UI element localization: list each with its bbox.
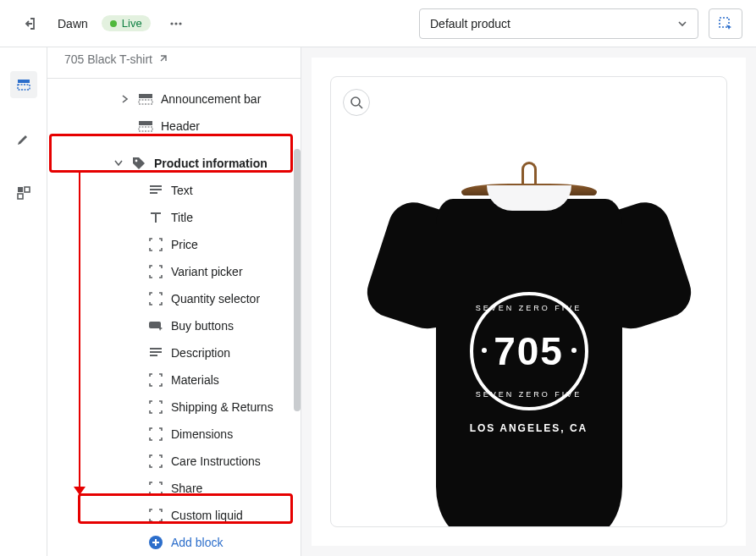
- block-description[interactable]: Description: [47, 339, 301, 366]
- title-t-icon: [147, 212, 164, 223]
- live-label: Live: [122, 17, 142, 30]
- sidebar: 705 Black T-shirt Announcement bar Heade…: [47, 47, 301, 556]
- block-text[interactable]: Text: [47, 177, 301, 204]
- live-badge: Live: [102, 15, 151, 31]
- section-header[interactable]: Header: [47, 113, 301, 140]
- block-label: Shipping & Returns: [171, 400, 273, 414]
- section-announcement-bar[interactable]: Announcement bar: [47, 85, 301, 113]
- svg-rect-4: [18, 80, 30, 83]
- block-custom-liquid[interactable]: Custom liquid: [47, 502, 301, 529]
- main-area: 705 Black T-shirt Announcement bar Heade…: [0, 47, 756, 556]
- block-label: Price: [171, 238, 198, 251]
- block-quantity-selector[interactable]: Quantity selector: [47, 285, 301, 312]
- svg-rect-10: [139, 100, 152, 104]
- text-lines-icon: [147, 347, 164, 359]
- paintbrush-icon: [15, 130, 32, 147]
- block-corners-icon: [147, 427, 164, 441]
- svg-point-2: [179, 22, 181, 25]
- rail-sections-button[interactable]: [10, 71, 37, 98]
- block-label: Share: [171, 482, 202, 495]
- block-label: Quantity selector: [171, 292, 260, 306]
- svg-rect-11: [139, 121, 152, 125]
- svg-rect-8: [18, 194, 23, 199]
- block-corners-icon: [147, 509, 164, 522]
- breadcrumb[interactable]: 705 Black T-shirt: [47, 47, 301, 79]
- chevron-right-icon: [120, 95, 130, 103]
- block-label: Description: [171, 346, 230, 360]
- block-label: Text: [171, 184, 193, 197]
- block-materials[interactable]: Materials: [47, 366, 301, 394]
- template-select[interactable]: Default product: [419, 8, 698, 39]
- live-dot-icon: [110, 20, 117, 27]
- annotation-arrow: [79, 173, 80, 493]
- block-corners-icon: [147, 373, 164, 387]
- magnify-icon: [350, 96, 363, 109]
- block-corners-icon: [147, 292, 164, 306]
- block-corners-icon: [147, 454, 164, 468]
- svg-rect-7: [25, 187, 30, 192]
- sections-icon: [15, 76, 32, 93]
- section-layout-icon: [137, 93, 154, 105]
- svg-point-16: [351, 97, 360, 106]
- block-dimensions[interactable]: Dimensions: [47, 421, 301, 448]
- section-label: Header: [161, 119, 200, 133]
- sidebar-scrollbar[interactable]: [294, 149, 301, 411]
- ellipsis-icon: [168, 15, 185, 32]
- more-menu-button[interactable]: [164, 12, 188, 36]
- template-selected-label: Default product: [430, 17, 510, 30]
- top-bar: Dawn Live Default product: [0, 0, 756, 47]
- add-block-button[interactable]: Add block: [47, 529, 301, 556]
- breadcrumb-title: 705 Black T-shirt: [64, 52, 152, 66]
- annotation-arrowhead: [74, 487, 86, 495]
- exit-icon: [20, 15, 37, 32]
- svg-point-0: [170, 22, 173, 25]
- plus-circle-icon: [147, 535, 164, 550]
- apps-icon: [15, 184, 32, 201]
- block-corners-icon: [147, 265, 164, 278]
- svg-point-13: [135, 160, 138, 162]
- svg-rect-12: [139, 127, 152, 131]
- add-block-label: Add block: [171, 536, 223, 549]
- block-price[interactable]: Price: [47, 231, 301, 258]
- text-lines-icon: [147, 184, 164, 196]
- block-label: Buy buttons: [171, 319, 234, 333]
- block-corners-icon: [147, 482, 164, 495]
- block-corners-icon: [147, 238, 164, 251]
- exit-button[interactable]: [14, 8, 44, 39]
- buy-button-icon: [147, 321, 164, 331]
- block-label: Dimensions: [171, 427, 233, 441]
- block-variant-picker[interactable]: Variant picker: [47, 258, 301, 285]
- preview-pane: SEVEN ZERO FIVE 705 SEVEN ZERO FIVE LOS …: [301, 47, 756, 556]
- shirt-design: SEVEN ZERO FIVE 705 SEVEN ZERO FIVE LOS …: [470, 292, 588, 444]
- svg-rect-6: [18, 187, 23, 192]
- external-link-icon: [157, 54, 168, 64]
- zoom-button[interactable]: [343, 89, 370, 116]
- design-arc-top: SEVEN ZERO FIVE: [473, 304, 585, 312]
- block-shipping-returns[interactable]: Shipping & Returns: [47, 394, 301, 421]
- theme-name: Dawn: [58, 17, 88, 30]
- tag-icon: [130, 156, 147, 171]
- block-label: Custom liquid: [171, 509, 243, 522]
- product-image: SEVEN ZERO FIVE 705 SEVEN ZERO FIVE LOS …: [377, 162, 682, 527]
- section-tree: Announcement bar Header Product informat…: [47, 79, 301, 556]
- rail-apps-button[interactable]: [10, 179, 37, 206]
- block-label: Title: [171, 211, 193, 224]
- rail-theme-button[interactable]: [10, 125, 37, 152]
- topbar-left: Dawn Live: [14, 8, 188, 39]
- svg-rect-5: [18, 85, 30, 90]
- caret-down-icon: [677, 19, 687, 29]
- block-label: Materials: [171, 373, 219, 387]
- preview-canvas: SEVEN ZERO FIVE 705 SEVEN ZERO FIVE LOS …: [312, 58, 746, 546]
- block-title[interactable]: Title: [47, 204, 301, 231]
- inspector-icon: [717, 15, 734, 32]
- svg-point-1: [174, 22, 177, 25]
- section-product-information[interactable]: Product information: [47, 150, 301, 177]
- left-rail: [0, 47, 47, 556]
- block-buy-buttons[interactable]: Buy buttons: [47, 312, 301, 339]
- section-label: Product information: [154, 157, 268, 170]
- design-city: LOS ANGELES, CA: [470, 422, 588, 434]
- design-arc-bottom: SEVEN ZERO FIVE: [473, 390, 585, 399]
- design-number: 705: [494, 328, 564, 374]
- inspector-button[interactable]: [709, 8, 742, 39]
- block-care-instructions[interactable]: Care Instructions: [47, 448, 301, 475]
